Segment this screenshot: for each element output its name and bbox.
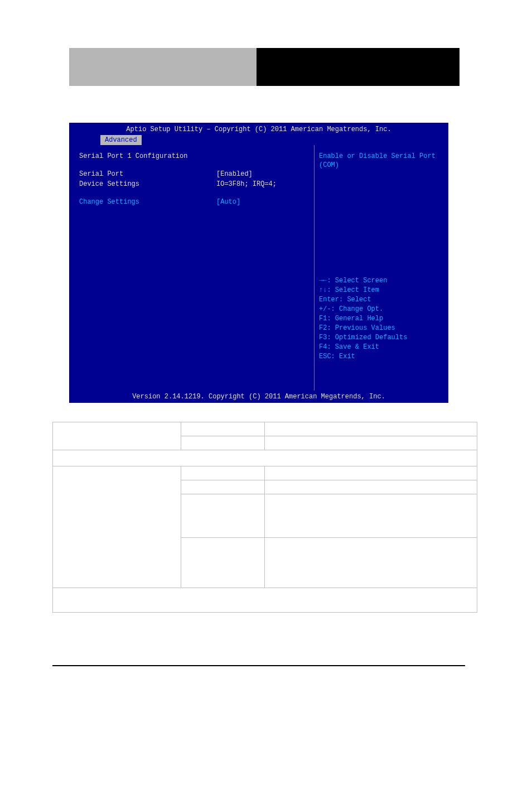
- tab-advanced[interactable]: Advanced: [100, 135, 142, 145]
- cell-option-desc-2c: [265, 494, 477, 538]
- label-serial-port: Serial Port: [79, 170, 216, 179]
- table-row: [53, 466, 477, 480]
- header-right-block: [257, 48, 460, 86]
- help-spacer: [319, 170, 442, 276]
- help-key-select-screen: →←: Select Screen: [319, 276, 442, 285]
- cell-option-desc-2b: [265, 480, 477, 494]
- help-key-select-item: ↑↓: Select Item: [319, 286, 442, 295]
- section-title: Serial Port 1 Configuration: [79, 152, 307, 161]
- bios-right-panel: Enable or Disable Serial Port (COM) →←: …: [315, 145, 448, 391]
- cell-option-desc-2d: [265, 538, 477, 588]
- help-line-1: Enable or Disable Serial Port: [319, 152, 442, 161]
- cell-option-name-1: [53, 422, 181, 450]
- cell-divider: [53, 450, 477, 466]
- value-serial-port: [Enabled]: [216, 170, 253, 179]
- table-divider-row: [53, 450, 477, 466]
- row-change-settings[interactable]: Change Settings [Auto]: [79, 198, 307, 206]
- table-footer-row: [53, 588, 477, 613]
- options-table: [52, 422, 477, 613]
- bios-tab-row: Advanced: [69, 135, 448, 145]
- row-serial-port[interactable]: Serial Port [Enabled]: [79, 170, 307, 179]
- label-device-settings: Device Settings: [79, 180, 216, 189]
- bios-statusbar: Version 2.14.1219. Copyright (C) 2011 Am…: [69, 391, 448, 403]
- help-key-enter: Enter: Select: [319, 295, 442, 304]
- value-change-settings: [Auto]: [216, 198, 240, 206]
- page-header-bar: [69, 48, 460, 86]
- bios-setup-window: Aptio Setup Utility – Copyright (C) 2011…: [69, 123, 448, 403]
- cell-option-desc-1b: [265, 436, 477, 450]
- bios-left-panel: Serial Port 1 Configuration Serial Port …: [69, 145, 315, 391]
- cell-option-name-2: [53, 466, 181, 588]
- cell-option-val-2b: [181, 480, 265, 494]
- cell-option-desc-2a: [265, 466, 477, 480]
- bios-titlebar: Aptio Setup Utility – Copyright (C) 2011…: [69, 123, 448, 135]
- cell-option-val-2d: [181, 538, 265, 588]
- help-key-f1: F1: General Help: [319, 314, 442, 323]
- row-device-settings: Device Settings IO=3F8h; IRQ=4;: [79, 180, 307, 189]
- cell-option-val-1b: [181, 436, 265, 450]
- help-description: Enable or Disable Serial Port (COM): [319, 152, 442, 170]
- help-key-f3: F3: Optimized Defaults: [319, 333, 442, 342]
- cell-option-val-2a: [181, 466, 265, 480]
- help-key-f2: F2: Previous Values: [319, 324, 442, 333]
- cell-option-desc-1a: [265, 422, 477, 436]
- table-row: [53, 422, 477, 436]
- header-left-block: [69, 48, 257, 86]
- cell-option-val-1a: [181, 422, 265, 436]
- help-key-f4: F4: Save & Exit: [319, 343, 442, 352]
- footer-divider-line: [52, 665, 465, 666]
- help-key-change-opt: +/-: Change Opt.: [319, 305, 442, 314]
- help-keys: →←: Select Screen ↑↓: Select Item Enter:…: [319, 276, 442, 362]
- cell-option-val-2c: [181, 494, 265, 538]
- help-line-2: (COM): [319, 161, 442, 170]
- cell-footer-span: [53, 588, 477, 613]
- spacer: [79, 190, 307, 198]
- bios-main-area: Serial Port 1 Configuration Serial Port …: [69, 145, 448, 391]
- value-device-settings: IO=3F8h; IRQ=4;: [216, 180, 277, 189]
- label-change-settings: Change Settings: [79, 198, 216, 206]
- help-key-esc: ESC: Exit: [319, 352, 442, 361]
